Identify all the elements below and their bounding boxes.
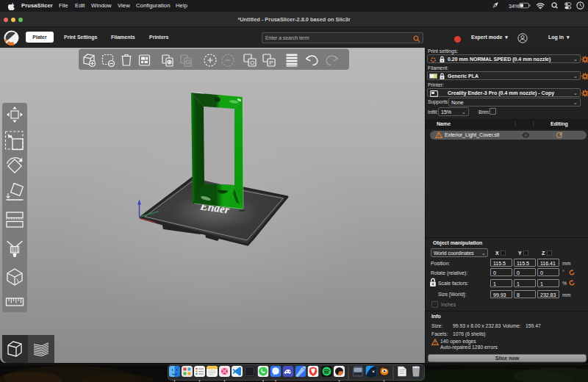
svg-text:34%: 34%	[509, 3, 520, 10]
svg-text:O: O	[250, 60, 254, 66]
svg-text:P: P	[269, 60, 273, 66]
